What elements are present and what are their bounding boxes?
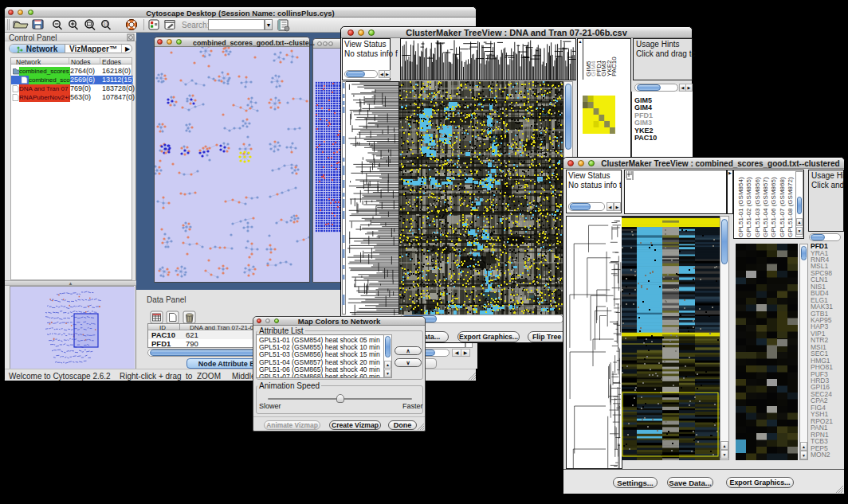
- svg-text:1:1: 1:1: [104, 22, 109, 26]
